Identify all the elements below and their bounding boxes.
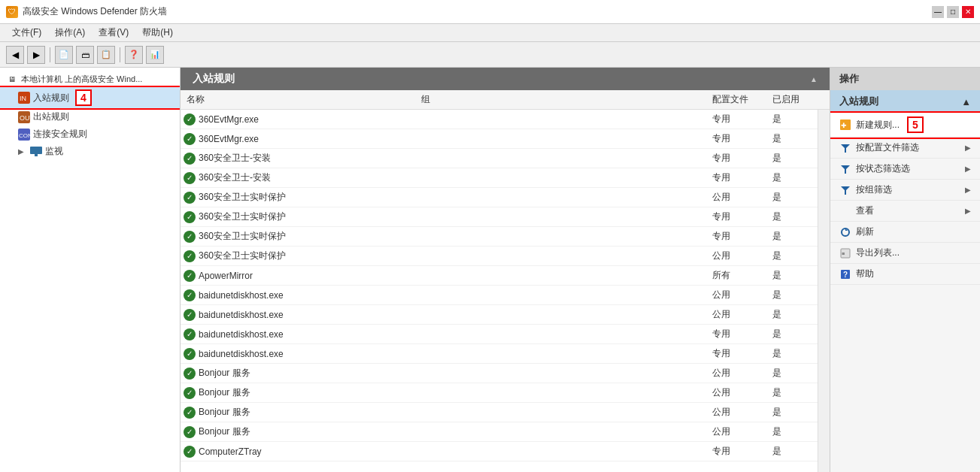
monitor-label: 监视 <box>45 145 63 158</box>
filter-status-icon <box>839 163 851 175</box>
filter-status-item[interactable]: 按状态筛选选 ▶ <box>830 159 980 180</box>
table-row[interactable]: ✓ 360安全卫士实时保护 公用 是 <box>181 188 818 207</box>
toolbar-separator-1 <box>50 47 50 62</box>
menu-bar: 文件(F) 操作(A) 查看(V) 帮助(H) <box>0 24 980 42</box>
sidebar-item-connection[interactable]: CON 连接安全规则 <box>0 126 180 143</box>
table-row[interactable]: ✓ 360EvtMgr.exe 专用 是 <box>181 129 818 149</box>
td-name-17: ✓ ComputerZTray <box>181 446 421 458</box>
col-profile[interactable]: 配置文件 <box>712 93 772 106</box>
svg-text:OUT: OUT <box>20 114 30 122</box>
sidebar-item-inbound[interactable]: IN 入站规则 4 <box>0 87 180 108</box>
td-enabled-8: 是 <box>772 269 818 282</box>
new-rule-item[interactable]: ✚ 新建规则... 5 <box>830 113 980 138</box>
td-profile-1: 专用 <box>712 132 772 145</box>
help-icon: ? <box>839 268 851 280</box>
col-group[interactable]: 组 <box>421 93 712 106</box>
td-profile-15: 公用 <box>712 406 772 419</box>
table-row[interactable]: ✓ ComputerZTray 专用 是 <box>181 442 818 461</box>
check-icon-17: ✓ <box>184 446 196 458</box>
toolbar: ◀ ▶ 📄 🗃 📋 ❓ 📊 <box>0 42 980 68</box>
right-inbound-label: 入站规则 <box>839 95 878 108</box>
toolbar-btn-1[interactable]: 📄 <box>55 46 73 64</box>
back-button[interactable]: ◀ <box>6 46 24 64</box>
table-row[interactable]: ✓ Bonjour 服务 公用 是 <box>181 364 818 383</box>
table-row[interactable]: ✓ 360安全卫士-安装 专用 是 <box>181 168 818 188</box>
svg-text:IN: IN <box>20 95 26 102</box>
right-inbound-section: 入站规则 ▲ <box>830 90 980 113</box>
toolbar-btn-grid[interactable]: 📊 <box>146 46 164 64</box>
table-row[interactable]: ✓ baidunetdiskhost.exe 公用 是 <box>181 305 818 325</box>
td-name-7: ✓ 360安全卫士实时保护 <box>181 250 421 262</box>
td-name-14: ✓ Bonjour 服务 <box>181 386 421 399</box>
refresh-item[interactable]: 刷新 <box>830 222 980 243</box>
table-row[interactable]: ✓ Bonjour 服务 公用 是 <box>181 383 818 403</box>
td-enabled-1: 是 <box>772 132 818 145</box>
table-row[interactable]: ✓ Bonjour 服务 公用 是 <box>181 422 818 442</box>
table-row[interactable]: ✓ 360安全卫士实时保护 专用 是 <box>181 207 818 227</box>
td-profile-12: 专用 <box>712 347 772 360</box>
table-body: ✓ 360EvtMgr.exe 专用 是 ✓ 360EvtMgr.exe 专用 … <box>181 110 818 472</box>
check-icon-14: ✓ <box>184 387 196 399</box>
check-icon-4: ✓ <box>184 192 196 204</box>
right-panel: 操作 入站规则 ▲ ✚ 新建规则... 5 按配置文件筛选 ▶ <box>830 68 980 472</box>
right-actions-header: 操作 <box>830 68 980 90</box>
td-name-13: ✓ Bonjour 服务 <box>181 367 421 380</box>
help-item[interactable]: ? 帮助 <box>830 264 980 285</box>
td-name-3: ✓ 360安全卫士-安装 <box>181 171 421 184</box>
td-enabled-11: 是 <box>772 328 818 340</box>
svg-text:CON: CON <box>19 132 30 139</box>
td-enabled-13: 是 <box>772 367 818 380</box>
td-profile-4: 公用 <box>712 191 772 204</box>
td-profile-10: 公用 <box>712 308 772 321</box>
toolbar-btn-help[interactable]: ❓ <box>125 46 143 64</box>
td-name-5: ✓ 360安全卫士实时保护 <box>181 210 421 223</box>
td-name-16: ✓ Bonjour 服务 <box>181 425 421 438</box>
svg-rect-6 <box>30 147 42 154</box>
td-enabled-17: 是 <box>772 445 818 458</box>
menu-file[interactable]: 文件(F) <box>6 25 47 41</box>
table-row[interactable]: ✓ ApowerMirror 所有 是 <box>181 266 818 286</box>
check-icon-15: ✓ <box>184 407 196 419</box>
col-enabled[interactable]: 已启用 <box>772 93 818 106</box>
filter-profile-item[interactable]: 按配置文件筛选 ▶ <box>830 138 980 159</box>
table-row[interactable]: ✓ 360安全卫士实时保护 公用 是 <box>181 247 818 266</box>
td-name-1: ✓ 360EvtMgr.exe <box>181 133 421 145</box>
td-enabled-12: 是 <box>772 347 818 360</box>
filter-group-item[interactable]: 按组筛选 ▶ <box>830 180 980 201</box>
window-controls[interactable]: — □ ✕ <box>932 6 974 18</box>
table-row[interactable]: ✓ baidunetdiskhost.exe 公用 是 <box>181 286 818 305</box>
maximize-button[interactable]: □ <box>947 6 959 18</box>
view-item[interactable]: 查看 ▶ <box>830 201 980 222</box>
toolbar-btn-2[interactable]: 🗃 <box>76 46 94 64</box>
td-name-2: ✓ 360安全卫士-安装 <box>181 152 421 165</box>
filter-group-arrow: ▶ <box>965 186 971 194</box>
table-row[interactable]: ✓ baidunetdiskhost.exe 专用 是 <box>181 325 818 344</box>
td-name-12: ✓ baidunetdiskhost.exe <box>181 348 421 360</box>
sidebar-item-outbound[interactable]: OUT 出站规则 <box>0 108 180 126</box>
toolbar-btn-3[interactable]: 📋 <box>97 46 115 64</box>
forward-button[interactable]: ▶ <box>27 46 45 64</box>
td-name-11: ✓ baidunetdiskhost.exe <box>181 328 421 340</box>
filter-group-icon <box>839 184 851 196</box>
minimize-button[interactable]: — <box>932 6 944 18</box>
td-enabled-4: 是 <box>772 191 818 204</box>
table-row[interactable]: ✓ Bonjour 服务 公用 是 <box>181 403 818 422</box>
menu-help[interactable]: 帮助(H) <box>136 25 179 41</box>
td-name-6: ✓ 360安全卫士实时保护 <box>181 230 421 243</box>
table-row[interactable]: ✓ 360安全卫士实时保护 专用 是 <box>181 227 818 247</box>
sidebar-item-monitor[interactable]: ▶ 监视 <box>0 143 180 160</box>
scrollbar[interactable] <box>818 110 830 472</box>
export-item[interactable]: ≡ 导出列表... <box>830 243 980 264</box>
close-button[interactable]: ✕ <box>962 6 974 18</box>
menu-view[interactable]: 查看(V) <box>93 25 135 41</box>
svg-text:?: ? <box>843 271 848 279</box>
export-label: 导出列表... <box>856 247 900 259</box>
table-row[interactable]: ✓ 360EvtMgr.exe 专用 是 <box>181 110 818 129</box>
td-profile-17: 专用 <box>712 445 772 458</box>
view-arrow: ▶ <box>965 207 971 215</box>
table-row[interactable]: ✓ baidunetdiskhost.exe 专用 是 <box>181 344 818 364</box>
col-name[interactable]: 名称 <box>181 93 421 106</box>
menu-action[interactable]: 操作(A) <box>49 25 91 41</box>
inbound-label: 入站规则 <box>33 92 69 104</box>
table-row[interactable]: ✓ 360安全卫士-安装 专用 是 <box>181 149 818 168</box>
